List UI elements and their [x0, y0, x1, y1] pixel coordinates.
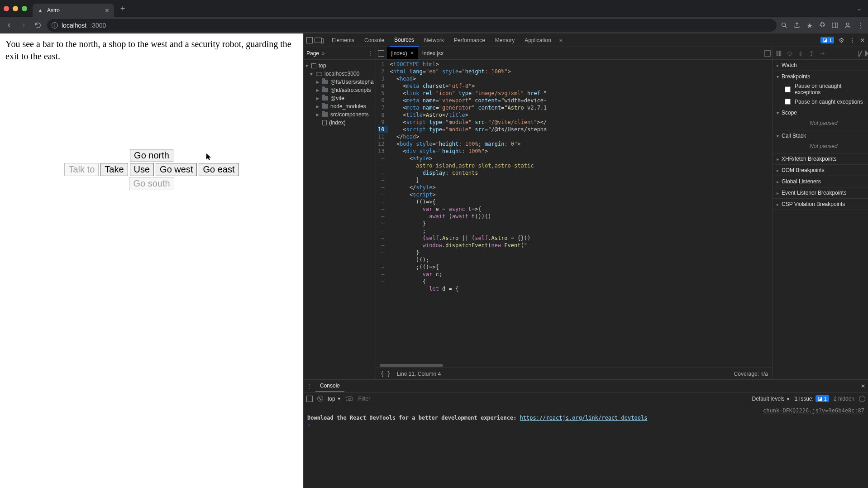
share-icon[interactable] [793, 21, 801, 29]
tree-folder[interactable]: ▸@id/astro:scripts [304, 86, 376, 94]
toggle-nav-icon[interactable] [378, 50, 384, 57]
kebab-menu-icon[interactable]: ⋮ [856, 21, 864, 29]
tree-folder[interactable]: ▸@fs/Users/stepha [304, 78, 376, 86]
tab-sources[interactable]: Sources [390, 33, 419, 47]
pretty-print-icon[interactable]: { } [381, 371, 391, 377]
chevron-down-icon[interactable]: ⌄ [857, 5, 864, 12]
bookmark-star-icon[interactable]: ★ [806, 21, 814, 29]
more-tabs-icon[interactable]: » [557, 37, 565, 43]
pause-resume-icon[interactable] [776, 50, 782, 57]
go-north-button[interactable]: Go north [130, 149, 173, 162]
console-prompt-icon[interactable]: › [307, 422, 310, 428]
event-breakpoints-section[interactable]: ▸Event Listener Breakpoints [773, 187, 868, 198]
browser-titlebar: ▲ Astro ✕ + ⌄ [0, 0, 868, 17]
dom-breakpoints-section[interactable]: ▸DOM Breakpoints [773, 165, 868, 176]
xhr-breakpoints-section[interactable]: ▸XHR/fetch Breakpoints [773, 153, 868, 164]
breakpoints-section[interactable]: ▾Breakpoints [773, 71, 868, 82]
device-toggle-icon[interactable] [315, 38, 322, 43]
use-button[interactable]: Use [130, 163, 154, 176]
tree-folder[interactable]: ▸node_modules [304, 102, 376, 110]
close-icon[interactable]: ✕ [410, 50, 414, 56]
go-east-button[interactable]: Go east [199, 163, 238, 176]
close-tab-icon[interactable]: ✕ [105, 7, 110, 14]
editor-tab-index[interactable]: (index)✕ [387, 47, 418, 59]
editor-tab-indexjsx[interactable]: Index.jsx [419, 47, 447, 59]
pause-uncaught-checkbox[interactable]: Pause on uncaught exceptions [773, 82, 868, 96]
console-output[interactable]: chunk-DFKQJ226.js?v=9e6b4e8c:87 Download… [304, 405, 868, 488]
settings-gear-icon[interactable]: ⚙ [839, 37, 844, 44]
game-controls: Go north Talk to Take Use Go west Go eas… [0, 149, 303, 190]
console-filter-input[interactable] [358, 395, 748, 402]
console-settings-icon[interactable] [859, 396, 865, 402]
file-icon [322, 120, 327, 125]
profile-icon[interactable] [844, 21, 852, 29]
global-listeners-section[interactable]: ▸Global Listeners [773, 176, 868, 187]
issues-indicator[interactable]: 1 Issue:◪ 1 [795, 395, 829, 402]
go-west-button[interactable]: Go west [156, 163, 197, 176]
csp-breakpoints-section[interactable]: ▸CSP Violation Breakpoints [773, 199, 868, 210]
devtools-panel: Elements Console Sources Network Perform… [303, 33, 868, 488]
nav-tab-page[interactable]: Page [306, 50, 319, 57]
close-drawer-icon[interactable]: ✕ [861, 383, 865, 389]
clear-console-icon[interactable] [317, 396, 323, 402]
log-levels-selector[interactable]: Default levels ▼ [752, 396, 790, 402]
step-out-icon[interactable] [808, 50, 815, 57]
callstack-section[interactable]: ▾Call Stack [773, 130, 868, 141]
editor-action-icon[interactable] [764, 50, 771, 57]
back-button[interactable] [4, 20, 14, 31]
window-controls [4, 6, 27, 11]
nav-menu-icon[interactable]: ⋮ [367, 50, 373, 57]
zoom-icon[interactable] [780, 21, 788, 29]
address-bar[interactable]: i localhost:3000 [47, 19, 777, 32]
deactivate-breakpoints-icon[interactable] [858, 51, 865, 56]
minimize-window-button[interactable] [13, 6, 18, 11]
more-nav-tabs-icon[interactable]: » [322, 50, 325, 57]
watch-section[interactable]: ▸Watch [773, 60, 868, 71]
tree-folder[interactable]: ▸@vite [304, 94, 376, 102]
pause-caught-checkbox[interactable]: Pause on caught exceptions [773, 96, 868, 107]
close-window-button[interactable] [4, 6, 9, 11]
inspect-element-icon[interactable] [306, 37, 313, 43]
context-selector[interactable]: top ▼ [328, 396, 341, 402]
reload-button[interactable] [33, 20, 43, 31]
hidden-count[interactable]: 2 hidden [834, 396, 854, 402]
react-devtools-link[interactable]: https://reactjs.org/link/react-devtools [520, 415, 648, 421]
cloud-icon [316, 72, 322, 76]
tab-application[interactable]: Application [520, 33, 556, 47]
side-panel-icon[interactable] [831, 21, 839, 29]
tab-memory[interactable]: Memory [491, 33, 519, 47]
close-devtools-icon[interactable]: ✕ [860, 37, 865, 44]
sidebar-toggle-icon[interactable] [306, 396, 313, 402]
take-button[interactable]: Take [100, 163, 128, 176]
tree-file-index[interactable]: (index) [304, 119, 376, 127]
drawer-menu-icon[interactable]: ⋮ [306, 383, 312, 389]
forward-button[interactable] [18, 20, 29, 31]
message-source[interactable]: chunk-DFKQJ226.js?v=9e6b4e8c:87 [763, 407, 864, 414]
horizontal-scrollbar[interactable] [380, 364, 443, 367]
tree-top[interactable]: ▾top [304, 62, 376, 70]
issues-badge[interactable]: ◪ 1 [820, 37, 834, 43]
browser-tab[interactable]: ▲ Astro ✕ [33, 4, 114, 17]
tab-network[interactable]: Network [420, 33, 448, 47]
devtools-menu-icon[interactable]: ⋮ [849, 37, 855, 44]
live-expression-icon[interactable] [346, 397, 353, 401]
scope-section[interactable]: ▾Scope [773, 107, 868, 118]
drawer-tab-console[interactable]: Console [315, 380, 344, 392]
tab-elements[interactable]: Elements [327, 33, 359, 47]
tab-console[interactable]: Console [360, 33, 389, 47]
site-info-icon[interactable]: i [52, 22, 58, 29]
step-icon[interactable] [819, 50, 825, 57]
new-tab-button[interactable]: + [118, 4, 128, 14]
svg-point-5 [789, 55, 791, 56]
step-over-icon[interactable] [787, 50, 793, 57]
tree-host[interactable]: ▾localhost:3000 [304, 70, 376, 78]
extensions-icon[interactable] [818, 21, 826, 29]
step-into-icon[interactable] [797, 50, 804, 57]
maximize-window-button[interactable] [22, 6, 27, 11]
tab-performance[interactable]: Performance [449, 33, 490, 47]
devtools-tabbar: Elements Console Sources Network Perform… [304, 33, 868, 47]
tree-folder[interactable]: ▸src/components [304, 110, 376, 119]
talk-to-button[interactable]: Talk to [64, 163, 99, 176]
code-editor[interactable]: 12345678910111213––––––––––––––––––– <!D… [376, 60, 773, 363]
go-south-button[interactable]: Go south [129, 177, 174, 190]
